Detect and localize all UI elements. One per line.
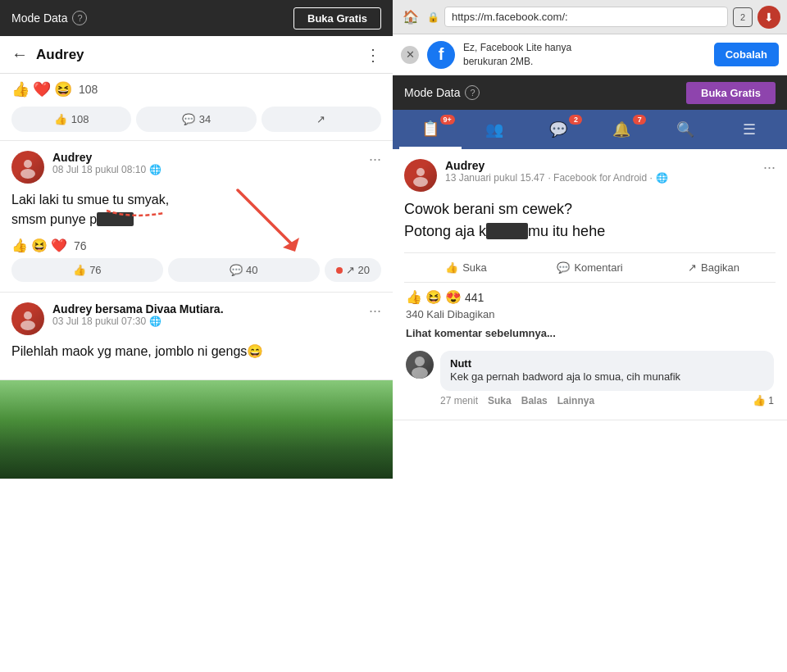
close-banner-button[interactable]: ✕ — [401, 46, 419, 64]
buka-gratis-button-left[interactable]: Buka Gratis — [293, 7, 381, 30]
home-badge: 9+ — [440, 115, 455, 125]
nav-item-home[interactable]: 📋 9+ — [399, 110, 462, 149]
mode-data-label-right: Mode Data — [404, 86, 460, 99]
see-comments-link[interactable]: Lihat komentar sebelumnya... — [404, 327, 776, 339]
red-dot-icon — [336, 267, 343, 274]
shared-count: 340 Kali Dibagikan — [404, 308, 776, 320]
post-time-2: 03 Jul 18 pukul 07:30 🌐 — [52, 316, 361, 327]
post-author-2: Audrey bersama Divaa Mutiara. — [52, 302, 361, 316]
comment-content: Nutt Kek ga pernah badword aja lo smua, … — [440, 351, 774, 406]
mode-data-left-right: Mode Data ? — [404, 85, 480, 100]
globe-icon-right: 🌐 — [656, 172, 668, 184]
messenger-nav-icon: 💬 — [549, 120, 567, 138]
comment-icon-1: 💬 — [230, 264, 243, 276]
post-actions-1: 👍 76 💬 40 ↗ 20 — [11, 258, 381, 282]
post-header-1: Audrey 08 Jul 18 pukul 08:10 🌐 ··· — [11, 151, 381, 184]
nav-item-messenger[interactable]: 💬 2 — [527, 110, 589, 149]
comment-action-buttons: 27 menit Suka Balas Lainnya — [440, 395, 594, 406]
buka-gratis-button-right[interactable]: Buka Gratis — [686, 82, 776, 104]
help-icon-left[interactable]: ? — [72, 11, 87, 25]
post-item-2: Audrey bersama Divaa Mutiara. 03 Jul 18 … — [0, 293, 393, 380]
comment-balas-button[interactable]: Balas — [521, 395, 548, 406]
comment-label-1: 40 — [246, 264, 257, 276]
avatar-2 — [11, 302, 44, 335]
download-button[interactable]: ⬇ — [757, 6, 780, 29]
avatar-1 — [11, 151, 44, 184]
suka-button[interactable]: 👍 Suka — [404, 258, 528, 277]
home-nav-icon: 📋 — [421, 120, 439, 138]
back-button[interactable]: ← — [11, 45, 28, 64]
post-meta-1: Audrey 08 Jul 18 pukul 08:10 🌐 — [52, 151, 361, 175]
fb-lite-banner: ✕ f Ez, Facebook Lite hanya berukuran 2M… — [393, 34, 787, 75]
comment-button-top[interactable]: 💬 34 — [136, 107, 256, 132]
home-button[interactable]: 🏠 — [399, 6, 422, 29]
share-button-top[interactable]: ↗ — [262, 107, 381, 132]
mode-data-bar-left: Mode Data ? Buka Gratis — [0, 0, 393, 36]
help-icon-right[interactable]: ? — [465, 85, 480, 100]
post-item-1: Audrey 08 Jul 18 pukul 08:10 🌐 ··· Laki … — [0, 141, 393, 293]
post-author-1: Audrey — [52, 151, 361, 164]
post-header-2: Audrey bersama Divaa Mutiara. 03 Jul 18 … — [11, 302, 381, 335]
heart-emoji-1: ❤️ — [51, 238, 67, 253]
nav-item-notifications[interactable]: 🔔 7 — [590, 110, 653, 149]
comment-count-top: 34 — [199, 113, 211, 125]
comment-author: Nutt — [450, 357, 764, 370]
menu-nav-icon: ☰ — [743, 120, 756, 138]
komentari-label: Komentari — [574, 261, 622, 274]
svg-point-1 — [20, 169, 35, 179]
like-label-1: 76 — [89, 264, 101, 276]
comment-suka-button[interactable]: Suka — [488, 395, 512, 406]
reaction-count-1: 76 — [74, 239, 87, 252]
komentari-icon: 💬 — [557, 261, 570, 274]
comment-text: Kek ga pernah badword aja lo smua, cih m… — [450, 370, 764, 384]
fb-nav-bar: 📋 9+ 👥 💬 2 🔔 7 🔍 ☰ — [393, 110, 787, 149]
right-post-more-icon[interactable]: ··· — [763, 159, 776, 176]
right-post-header: Audrey 13 Januari pukul 15.47 · Facebook… — [404, 159, 776, 192]
post-time-1: 08 Jul 18 pukul 08:10 🌐 — [52, 164, 361, 175]
like-button-top[interactable]: 👍 108 — [11, 107, 131, 132]
right-post: Audrey 13 Januari pukul 15.47 · Facebook… — [393, 149, 787, 420]
nav-item-friends[interactable]: 👥 — [463, 110, 525, 149]
facebook-lite-icon: f — [427, 41, 455, 69]
svg-point-9 — [412, 367, 428, 379]
share-label-1: 20 — [358, 264, 370, 276]
post-reactions-1: 👍 😆 ❤️ 76 — [11, 238, 381, 253]
bell-nav-icon: 🔔 — [612, 120, 630, 138]
post-more-icon-1[interactable]: ··· — [369, 151, 381, 168]
right-reactions: 👍 😆 😍 441 — [404, 289, 776, 305]
svg-point-7 — [413, 177, 428, 187]
nav-item-menu[interactable]: ☰ — [718, 110, 780, 149]
like-icon-1: 👍 — [73, 264, 86, 276]
friends-nav-icon: 👥 — [485, 120, 503, 138]
right-panel: 🏠 🔒 https://m.facebook.com/: 2 ⬇ ✕ f Ez,… — [393, 0, 787, 672]
post-image — [0, 380, 393, 479]
bagikan-icon: ↗ — [688, 261, 697, 274]
nav-item-search[interactable]: 🔍 — [654, 110, 716, 149]
share-icon-top: ↗ — [316, 113, 325, 125]
share-button-1[interactable]: ↗ 20 — [325, 258, 381, 282]
right-like-emoji: 👍 — [406, 289, 422, 305]
cobalah-button[interactable]: Cobalah — [714, 43, 779, 66]
post-item-image — [0, 380, 393, 479]
comment-icon-top: 💬 — [182, 113, 195, 125]
mode-data-bar-right: Mode Data ? Buka Gratis — [393, 75, 787, 110]
comment-like-emoji: 👍 — [753, 394, 766, 406]
like-button-1[interactable]: 👍 76 — [11, 258, 163, 282]
avatar-image-1 — [11, 151, 44, 184]
right-post-content: Cowok berani sm cewek? Potong aja k████m… — [404, 198, 776, 243]
comment-like-count: 👍 1 — [753, 394, 774, 406]
like-reaction-icon: 👍 — [11, 80, 30, 98]
comment-lainnya-button[interactable]: Lainnya — [557, 395, 594, 406]
top-action-buttons: 👍 108 💬 34 ↗ — [0, 102, 393, 141]
haha-reaction-icon: 😆 — [54, 80, 72, 98]
url-bar[interactable]: https://m.facebook.com/: — [444, 7, 728, 27]
bagikan-button[interactable]: ↗ Bagikan — [652, 258, 776, 277]
tab-count-badge[interactable]: 2 — [733, 7, 753, 27]
komentari-button[interactable]: 💬 Komentari — [528, 258, 652, 277]
svg-point-4 — [24, 311, 32, 320]
post-more-icon-2[interactable]: ··· — [369, 302, 381, 320]
comment-button-1[interactable]: 💬 40 — [168, 258, 320, 282]
more-options-icon[interactable]: ⋮ — [365, 45, 381, 65]
like-icon-top: 👍 — [54, 113, 67, 125]
svg-point-5 — [20, 320, 35, 330]
